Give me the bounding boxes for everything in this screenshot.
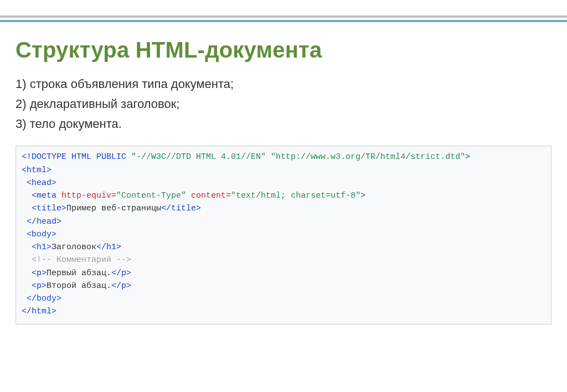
bullet-item-3: 3) тело документа. — [16, 115, 551, 133]
code-line-8b: Заголовок — [51, 243, 96, 252]
code-sample: <!DOCTYPE HTML PUBLIC "-//W3C//DTD HTML … — [16, 146, 551, 324]
bullet-item-1: 1) строка объявления типа документа; — [16, 75, 551, 94]
code-line-9: <!-- Комментарий --> — [22, 255, 131, 265]
code-line-4b: http-equiv= — [61, 191, 116, 200]
code-line-13: </html> — [22, 307, 56, 316]
code-line-1b: "-//W3C//DTD HTML 4.01//EN" "http://www.… — [131, 152, 465, 162]
code-line-5b: Пример веб-страницы — [66, 204, 161, 213]
code-line-7: <body> — [22, 230, 56, 239]
bullet-item-2: 2) декларативный заголовок; — [16, 95, 551, 114]
code-line-8a: <h1> — [22, 243, 51, 252]
code-line-11b: Второй абзац. — [47, 281, 111, 291]
code-line-4sp — [186, 191, 191, 200]
slide-top-border — [0, 0, 567, 18]
code-line-10b: Первый абзац. — [47, 269, 111, 278]
code-line-10a: <p> — [22, 269, 47, 278]
code-line-5a: <title> — [22, 204, 66, 213]
bullet-list: 1) строка объявления типа документа; 2) … — [16, 75, 551, 133]
code-line-4c: "Content-Type" — [116, 191, 186, 200]
code-line-6: </head> — [22, 217, 61, 226]
code-line-4f: > — [360, 191, 365, 200]
code-line-4d: content= — [191, 191, 231, 200]
slide-title: Структура HTML-документа — [16, 38, 551, 63]
code-line-4a: <meta — [22, 191, 61, 200]
code-line-8c: </h1> — [96, 243, 121, 252]
code-line-11c: </p> — [111, 281, 131, 291]
slide-content: Структура HTML-документа 1) строка объяв… — [0, 18, 567, 324]
code-line-3: <head> — [22, 178, 56, 188]
code-line-4e: "text/html; charset=utf-8" — [231, 191, 360, 200]
code-line-1a: <!DOCTYPE HTML PUBLIC — [22, 152, 131, 162]
code-line-11a: <p> — [22, 281, 47, 291]
code-line-2: <html> — [22, 166, 51, 175]
code-line-12: </body> — [22, 294, 61, 303]
code-line-5c: </title> — [161, 204, 201, 213]
code-line-1c: > — [465, 152, 470, 162]
code-line-10c: </p> — [111, 269, 131, 278]
